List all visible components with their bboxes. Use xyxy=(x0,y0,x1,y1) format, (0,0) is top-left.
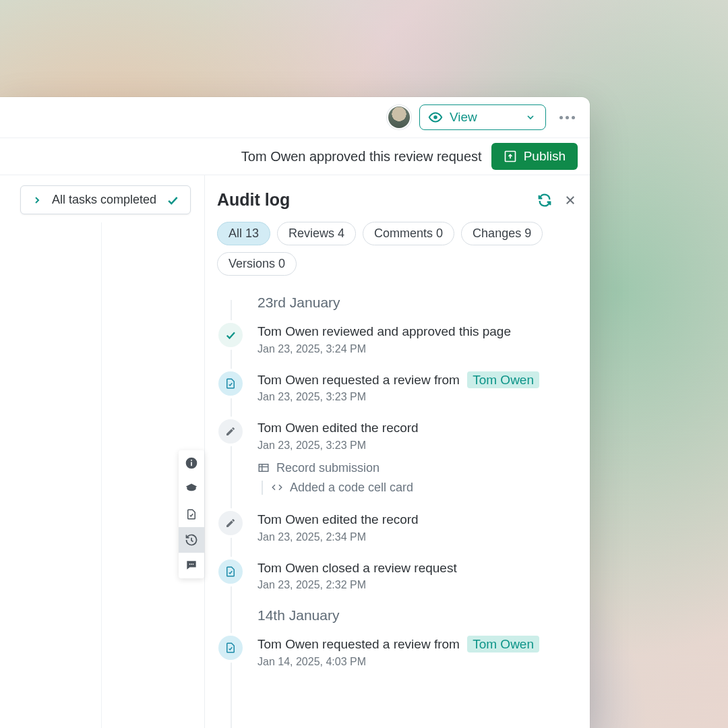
entry-title: Tom Owen requested a review from Tom Owe… xyxy=(257,636,576,653)
check-node-icon xyxy=(218,323,243,347)
user-mention[interactable]: Tom Owen xyxy=(467,371,539,388)
entry-title: Tom Owen edited the record xyxy=(257,511,576,528)
titlebar: View xyxy=(0,97,590,138)
audit-timeline: 23rd JanuaryTom Owen reviewed and approv… xyxy=(217,295,576,728)
filter-chip-reviews[interactable]: Reviews 4 xyxy=(277,222,356,245)
svg-point-7 xyxy=(193,564,194,565)
doc-node-icon xyxy=(218,636,243,660)
refresh-button[interactable] xyxy=(537,193,552,208)
entry-timestamp: Jan 23, 2025, 3:23 PM xyxy=(257,391,576,403)
table-icon xyxy=(257,462,270,474)
audit-entry[interactable]: Tom Owen requested a review from Tom Owe… xyxy=(233,371,576,404)
entry-title: Tom Owen requested a review from Tom Owe… xyxy=(257,371,576,389)
edit-node-icon xyxy=(218,511,243,535)
tasks-summary-card[interactable]: All tasks completed xyxy=(20,185,191,214)
svg-point-6 xyxy=(191,564,192,565)
close-panel-button[interactable] xyxy=(564,194,576,206)
audit-entry[interactable]: Tom Owen requested a review from Tom Owe… xyxy=(233,636,576,668)
side-tool-rail xyxy=(179,450,204,578)
learn-icon[interactable] xyxy=(179,476,204,502)
more-menu-button[interactable] xyxy=(555,112,579,123)
doc-node-icon xyxy=(218,371,243,396)
chevron-down-icon xyxy=(525,112,536,123)
svg-rect-3 xyxy=(191,462,192,466)
entry-timestamp: Jan 23, 2025, 2:34 PM xyxy=(257,531,576,543)
left-column: All tasks completed xyxy=(0,175,205,728)
info-icon[interactable] xyxy=(179,450,204,476)
entry-timestamp: Jan 23, 2025, 3:24 PM xyxy=(257,343,576,355)
svg-point-5 xyxy=(189,564,191,565)
tasks-summary-label: All tasks completed xyxy=(52,193,156,207)
review-doc-icon[interactable] xyxy=(179,502,204,527)
audit-log-panel: Audit log All 13Reviews 4Comments 0Chang… xyxy=(205,175,590,728)
svg-rect-10 xyxy=(259,464,268,472)
filter-chip-comments[interactable]: Comments 0 xyxy=(363,222,454,245)
date-heading: 14th January xyxy=(257,607,576,624)
svg-rect-4 xyxy=(191,460,192,461)
review-status-bar: Tom Owen approved this review request Pu… xyxy=(0,138,590,175)
filter-chip-all[interactable]: All 13 xyxy=(217,222,270,245)
review-status-text: Tom Owen approved this review request xyxy=(241,149,482,164)
doc-node-icon xyxy=(218,559,243,584)
divider-line xyxy=(101,222,102,728)
panel-header: Audit log xyxy=(217,190,576,210)
comments-icon[interactable] xyxy=(179,553,204,578)
entry-title: Tom Owen reviewed and approved this page xyxy=(257,323,576,340)
svg-point-0 xyxy=(433,115,437,119)
entry-timestamp: Jan 14, 2025, 4:03 PM xyxy=(257,656,576,668)
entry-timestamp: Jan 23, 2025, 3:23 PM xyxy=(257,439,576,452)
view-mode-dropdown[interactable]: View xyxy=(419,104,546,130)
audit-entry[interactable]: Tom Owen reviewed and approved this page… xyxy=(233,323,576,355)
entry-title: Tom Owen closed a review request xyxy=(257,559,576,577)
sub-detail: Added a code cell card xyxy=(262,481,576,495)
main-body: All tasks completed xyxy=(0,175,590,728)
eye-icon xyxy=(428,110,443,125)
audit-entry[interactable]: Tom Owen edited the recordJan 23, 2025, … xyxy=(233,511,576,543)
filter-chip-versions[interactable]: Versions 0 xyxy=(217,252,297,276)
panel-title: Audit log xyxy=(217,190,290,210)
chevron-right-icon xyxy=(32,195,42,206)
date-heading: 23rd January xyxy=(257,295,576,311)
filter-chip-changes[interactable]: Changes 9 xyxy=(461,222,543,245)
entry-timestamp: Jan 23, 2025, 2:32 PM xyxy=(257,579,576,591)
check-icon xyxy=(166,193,179,207)
publish-button-label: Publish xyxy=(524,149,566,164)
filter-chip-row: All 13Reviews 4Comments 0Changes 9Versio… xyxy=(217,222,576,276)
sub-section: Record submission xyxy=(257,461,576,475)
code-icon xyxy=(271,481,283,493)
entry-title: Tom Owen edited the record xyxy=(257,419,576,437)
user-avatar[interactable] xyxy=(388,107,410,128)
history-icon[interactable] xyxy=(179,527,204,553)
publish-icon xyxy=(504,150,517,163)
audit-entry[interactable]: Tom Owen edited the recordJan 23, 2025, … xyxy=(233,419,576,495)
user-mention[interactable]: Tom Owen xyxy=(467,636,539,653)
audit-entry[interactable]: Tom Owen closed a review requestJan 23, … xyxy=(233,559,576,592)
edit-node-icon xyxy=(218,419,243,444)
publish-button[interactable]: Publish xyxy=(491,143,578,170)
app-window: View Tom Owen approved this review reque… xyxy=(0,97,590,728)
view-mode-label: View xyxy=(450,110,477,125)
